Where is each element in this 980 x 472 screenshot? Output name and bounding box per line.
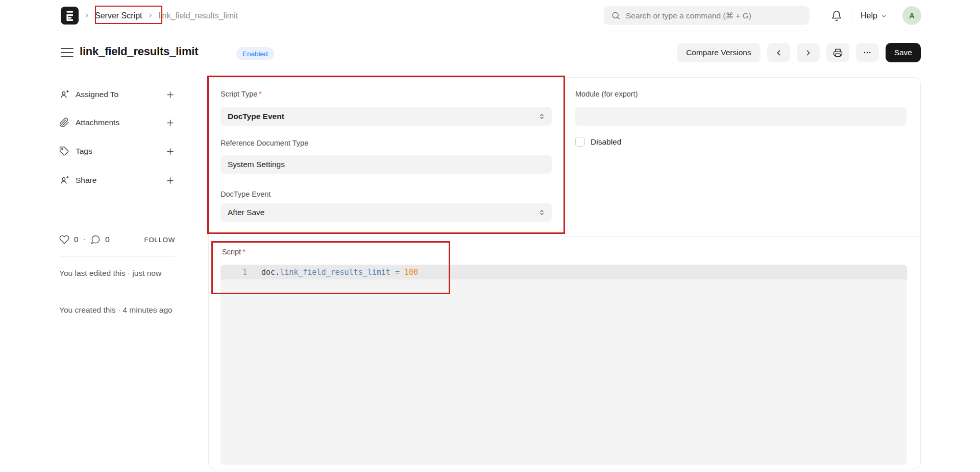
- avatar-initial: A: [909, 11, 915, 20]
- last-edited-text: You last edited this · just now: [59, 267, 178, 280]
- sidebar-item-share[interactable]: Share: [59, 173, 175, 187]
- print-button[interactable]: [826, 43, 849, 62]
- label-text: DocType Event: [220, 190, 271, 198]
- doctype-event-value: After Save: [228, 208, 264, 217]
- form-fields-section: Script Type* DocType Event Module (for e…: [209, 78, 920, 237]
- form-card: Script Type* DocType Event Module (for e…: [208, 77, 921, 469]
- script-type-label: Script Type*: [220, 90, 262, 98]
- search-input[interactable]: [626, 11, 802, 20]
- notifications-button[interactable]: [828, 7, 845, 25]
- follow-button[interactable]: FOLLOW: [144, 236, 175, 244]
- sidebar-divider: [59, 256, 175, 257]
- comment-icon[interactable]: [90, 234, 101, 245]
- code-text: doc.link_field_results_limit = 100: [247, 268, 418, 277]
- status-badge-label: Enabled: [242, 50, 268, 58]
- menu-ellipsis-button[interactable]: [856, 43, 879, 62]
- printer-icon: [833, 48, 843, 58]
- sidebar-item-label: Share: [76, 176, 159, 185]
- app-logo[interactable]: [61, 7, 79, 25]
- code-identifier: link_field_results_limit: [280, 268, 390, 277]
- line-number: 1: [220, 268, 247, 277]
- bell-icon: [831, 10, 842, 21]
- doctype-event-select[interactable]: After Save: [220, 203, 552, 222]
- select-chevrons-icon: [538, 209, 546, 217]
- reference-document-type-label: Reference Document Type: [220, 139, 308, 147]
- comments-count: 0: [105, 235, 110, 244]
- avatar[interactable]: A: [902, 6, 921, 25]
- plus-icon[interactable]: [165, 176, 175, 185]
- plus-icon[interactable]: [165, 147, 175, 156]
- required-marker: *: [242, 248, 246, 256]
- disabled-checkbox-field[interactable]: Disabled: [575, 137, 621, 147]
- status-badge: Enabled: [236, 47, 274, 60]
- frappe-logo-icon: [61, 7, 79, 25]
- sidebar-item-label: Assigned To: [76, 90, 159, 99]
- dot-separator: ·: [83, 235, 86, 244]
- likes-count: 0: [74, 235, 79, 244]
- tag-icon: [59, 146, 69, 156]
- navbar-divider: [851, 8, 851, 23]
- disabled-label: Disabled: [591, 137, 621, 147]
- sidebar-item-assigned-to[interactable]: Assigned To: [59, 87, 175, 102]
- label-text: Module (for export): [575, 90, 638, 98]
- assign-user-plus-icon: [59, 89, 69, 100]
- paperclip-icon: [59, 117, 69, 128]
- sidebar-item-label: Tags: [76, 147, 159, 156]
- chevron-right-icon: ›: [149, 10, 152, 21]
- reference-document-type-input[interactable]: [220, 155, 552, 174]
- doctype-event-label: DocType Event: [220, 190, 271, 198]
- script-section: Script* 1 doc.link_field_results_limit =…: [209, 237, 920, 469]
- code-object: doc.: [261, 268, 280, 277]
- form-sidebar: Assigned To Attachments Tags Share 0 · 0: [59, 43, 175, 467]
- label-text: Script: [222, 248, 241, 256]
- share-user-plus-icon: [59, 175, 69, 185]
- chevron-left-icon: [774, 49, 783, 57]
- select-chevrons-icon: [538, 112, 546, 120]
- breadcrumb: › Server Script › link_field_results_lim…: [85, 0, 238, 31]
- label-text: Reference Document Type: [220, 139, 308, 147]
- script-type-select[interactable]: DocType Event: [220, 107, 552, 126]
- next-document-button[interactable]: [797, 43, 820, 62]
- chevron-right-icon: [804, 49, 813, 57]
- breadcrumb-document-name: link_field_results_limit: [158, 11, 238, 20]
- module-input[interactable]: [575, 107, 906, 126]
- save-button[interactable]: Save: [886, 43, 921, 62]
- created-text: You created this · 4 minutes ago: [59, 303, 178, 317]
- navbar: › Server Script › link_field_results_lim…: [0, 0, 980, 31]
- help-label: Help: [861, 11, 877, 20]
- chevron-down-icon: [880, 13, 887, 19]
- sidebar-item-attachments[interactable]: Attachments: [59, 115, 175, 130]
- heart-icon[interactable]: [59, 234, 69, 245]
- label-text: Script Type: [220, 90, 257, 98]
- code-operator: =: [390, 268, 404, 277]
- script-label: Script*: [222, 248, 246, 256]
- script-code-editor[interactable]: 1 doc.link_field_results_limit = 100: [220, 265, 907, 465]
- ellipsis-icon: [863, 48, 872, 57]
- reactions-row: 0 · 0 FOLLOW: [59, 232, 175, 247]
- script-type-value: DocType Event: [228, 112, 284, 121]
- disabled-checkbox[interactable]: [575, 137, 585, 147]
- help-menu[interactable]: Help: [861, 7, 887, 25]
- code-line-1: 1 doc.link_field_results_limit = 100: [220, 265, 907, 279]
- sidebar-item-tags[interactable]: Tags: [59, 144, 175, 158]
- global-search[interactable]: [604, 6, 810, 25]
- search-icon: [611, 11, 621, 20]
- plus-icon[interactable]: [165, 90, 175, 100]
- previous-document-button[interactable]: [767, 43, 790, 62]
- form-toolbar: Compare Versions Save: [677, 43, 921, 62]
- code-number: 100: [404, 268, 418, 277]
- breadcrumb-server-script[interactable]: Server Script: [95, 11, 142, 20]
- plus-icon[interactable]: [165, 118, 175, 128]
- compare-versions-button[interactable]: Compare Versions: [677, 43, 761, 62]
- sidebar-item-label: Attachments: [76, 118, 159, 127]
- required-marker: *: [259, 90, 262, 98]
- module-label: Module (for export): [575, 90, 638, 98]
- chevron-right-icon: ›: [85, 10, 88, 21]
